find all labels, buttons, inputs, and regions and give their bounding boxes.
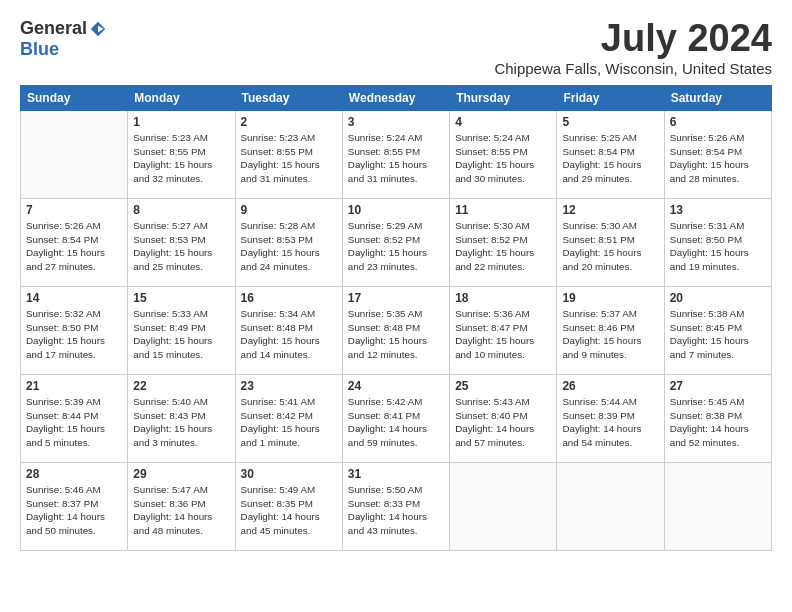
cell-info: Sunrise: 5:26 AM Sunset: 8:54 PM Dayligh… <box>670 131 766 186</box>
cell-info: Sunrise: 5:25 AM Sunset: 8:54 PM Dayligh… <box>562 131 658 186</box>
page: General Blue July 2024 Chippewa Falls, W… <box>0 0 792 569</box>
table-row: 19Sunrise: 5:37 AM Sunset: 8:46 PM Dayli… <box>557 286 664 374</box>
cell-date: 1 <box>133 115 229 129</box>
logo-general: General <box>20 18 87 39</box>
cell-info: Sunrise: 5:24 AM Sunset: 8:55 PM Dayligh… <box>348 131 444 186</box>
table-row: 27Sunrise: 5:45 AM Sunset: 8:38 PM Dayli… <box>664 374 771 462</box>
cell-info: Sunrise: 5:50 AM Sunset: 8:33 PM Dayligh… <box>348 483 444 538</box>
table-row: 9Sunrise: 5:28 AM Sunset: 8:53 PM Daylig… <box>235 198 342 286</box>
cell-date: 17 <box>348 291 444 305</box>
table-row: 10Sunrise: 5:29 AM Sunset: 8:52 PM Dayli… <box>342 198 449 286</box>
table-row: 28Sunrise: 5:46 AM Sunset: 8:37 PM Dayli… <box>21 462 128 550</box>
cell-info: Sunrise: 5:35 AM Sunset: 8:48 PM Dayligh… <box>348 307 444 362</box>
cell-date: 18 <box>455 291 551 305</box>
cell-date: 25 <box>455 379 551 393</box>
logo-icon <box>89 20 107 38</box>
table-row: 13Sunrise: 5:31 AM Sunset: 8:50 PM Dayli… <box>664 198 771 286</box>
calendar-week-row: 28Sunrise: 5:46 AM Sunset: 8:37 PM Dayli… <box>21 462 772 550</box>
table-row: 16Sunrise: 5:34 AM Sunset: 8:48 PM Dayli… <box>235 286 342 374</box>
cell-date: 27 <box>670 379 766 393</box>
cell-date: 26 <box>562 379 658 393</box>
cell-info: Sunrise: 5:34 AM Sunset: 8:48 PM Dayligh… <box>241 307 337 362</box>
cell-info: Sunrise: 5:37 AM Sunset: 8:46 PM Dayligh… <box>562 307 658 362</box>
cell-info: Sunrise: 5:24 AM Sunset: 8:55 PM Dayligh… <box>455 131 551 186</box>
logo-blue: Blue <box>20 39 59 60</box>
table-row: 25Sunrise: 5:43 AM Sunset: 8:40 PM Dayli… <box>450 374 557 462</box>
cell-info: Sunrise: 5:40 AM Sunset: 8:43 PM Dayligh… <box>133 395 229 450</box>
weekday-header-row: Sunday Monday Tuesday Wednesday Thursday… <box>21 85 772 110</box>
cell-info: Sunrise: 5:44 AM Sunset: 8:39 PM Dayligh… <box>562 395 658 450</box>
cell-info: Sunrise: 5:26 AM Sunset: 8:54 PM Dayligh… <box>26 219 122 274</box>
cell-info: Sunrise: 5:36 AM Sunset: 8:47 PM Dayligh… <box>455 307 551 362</box>
cell-date: 13 <box>670 203 766 217</box>
cell-date: 16 <box>241 291 337 305</box>
cell-info: Sunrise: 5:28 AM Sunset: 8:53 PM Dayligh… <box>241 219 337 274</box>
table-row: 22Sunrise: 5:40 AM Sunset: 8:43 PM Dayli… <box>128 374 235 462</box>
cell-date: 28 <box>26 467 122 481</box>
table-row: 8Sunrise: 5:27 AM Sunset: 8:53 PM Daylig… <box>128 198 235 286</box>
cell-date: 15 <box>133 291 229 305</box>
cell-info: Sunrise: 5:30 AM Sunset: 8:51 PM Dayligh… <box>562 219 658 274</box>
cell-info: Sunrise: 5:46 AM Sunset: 8:37 PM Dayligh… <box>26 483 122 538</box>
table-row: 30Sunrise: 5:49 AM Sunset: 8:35 PM Dayli… <box>235 462 342 550</box>
cell-date: 24 <box>348 379 444 393</box>
table-row: 17Sunrise: 5:35 AM Sunset: 8:48 PM Dayli… <box>342 286 449 374</box>
table-row: 1Sunrise: 5:23 AM Sunset: 8:55 PM Daylig… <box>128 110 235 198</box>
calendar-week-row: 14Sunrise: 5:32 AM Sunset: 8:50 PM Dayli… <box>21 286 772 374</box>
cell-info: Sunrise: 5:42 AM Sunset: 8:41 PM Dayligh… <box>348 395 444 450</box>
cell-info: Sunrise: 5:32 AM Sunset: 8:50 PM Dayligh… <box>26 307 122 362</box>
table-row: 12Sunrise: 5:30 AM Sunset: 8:51 PM Dayli… <box>557 198 664 286</box>
table-row: 7Sunrise: 5:26 AM Sunset: 8:54 PM Daylig… <box>21 198 128 286</box>
table-row: 26Sunrise: 5:44 AM Sunset: 8:39 PM Dayli… <box>557 374 664 462</box>
table-row <box>557 462 664 550</box>
cell-info: Sunrise: 5:30 AM Sunset: 8:52 PM Dayligh… <box>455 219 551 274</box>
cell-date: 21 <box>26 379 122 393</box>
cell-date: 5 <box>562 115 658 129</box>
cell-date: 6 <box>670 115 766 129</box>
cell-date: 11 <box>455 203 551 217</box>
cell-date: 30 <box>241 467 337 481</box>
logo: General Blue <box>20 18 107 60</box>
cell-date: 19 <box>562 291 658 305</box>
cell-info: Sunrise: 5:23 AM Sunset: 8:55 PM Dayligh… <box>241 131 337 186</box>
calendar-week-row: 21Sunrise: 5:39 AM Sunset: 8:44 PM Dayli… <box>21 374 772 462</box>
location-title: Chippewa Falls, Wisconsin, United States <box>494 60 772 77</box>
header: General Blue July 2024 Chippewa Falls, W… <box>20 18 772 77</box>
table-row: 6Sunrise: 5:26 AM Sunset: 8:54 PM Daylig… <box>664 110 771 198</box>
cell-date: 7 <box>26 203 122 217</box>
header-sunday: Sunday <box>21 85 128 110</box>
title-block: July 2024 Chippewa Falls, Wisconsin, Uni… <box>494 18 772 77</box>
cell-date: 10 <box>348 203 444 217</box>
cell-date: 4 <box>455 115 551 129</box>
table-row: 14Sunrise: 5:32 AM Sunset: 8:50 PM Dayli… <box>21 286 128 374</box>
cell-info: Sunrise: 5:39 AM Sunset: 8:44 PM Dayligh… <box>26 395 122 450</box>
cell-info: Sunrise: 5:31 AM Sunset: 8:50 PM Dayligh… <box>670 219 766 274</box>
cell-date: 22 <box>133 379 229 393</box>
cell-info: Sunrise: 5:29 AM Sunset: 8:52 PM Dayligh… <box>348 219 444 274</box>
header-monday: Monday <box>128 85 235 110</box>
header-thursday: Thursday <box>450 85 557 110</box>
table-row: 24Sunrise: 5:42 AM Sunset: 8:41 PM Dayli… <box>342 374 449 462</box>
table-row: 5Sunrise: 5:25 AM Sunset: 8:54 PM Daylig… <box>557 110 664 198</box>
table-row: 18Sunrise: 5:36 AM Sunset: 8:47 PM Dayli… <box>450 286 557 374</box>
header-saturday: Saturday <box>664 85 771 110</box>
header-tuesday: Tuesday <box>235 85 342 110</box>
cell-date: 8 <box>133 203 229 217</box>
month-title: July 2024 <box>494 18 772 60</box>
table-row: 23Sunrise: 5:41 AM Sunset: 8:42 PM Dayli… <box>235 374 342 462</box>
cell-date: 29 <box>133 467 229 481</box>
cell-info: Sunrise: 5:27 AM Sunset: 8:53 PM Dayligh… <box>133 219 229 274</box>
cell-info: Sunrise: 5:43 AM Sunset: 8:40 PM Dayligh… <box>455 395 551 450</box>
calendar-week-row: 7Sunrise: 5:26 AM Sunset: 8:54 PM Daylig… <box>21 198 772 286</box>
header-wednesday: Wednesday <box>342 85 449 110</box>
cell-date: 9 <box>241 203 337 217</box>
table-row: 20Sunrise: 5:38 AM Sunset: 8:45 PM Dayli… <box>664 286 771 374</box>
table-row: 3Sunrise: 5:24 AM Sunset: 8:55 PM Daylig… <box>342 110 449 198</box>
table-row: 4Sunrise: 5:24 AM Sunset: 8:55 PM Daylig… <box>450 110 557 198</box>
table-row: 29Sunrise: 5:47 AM Sunset: 8:36 PM Dayli… <box>128 462 235 550</box>
header-friday: Friday <box>557 85 664 110</box>
cell-info: Sunrise: 5:38 AM Sunset: 8:45 PM Dayligh… <box>670 307 766 362</box>
table-row <box>664 462 771 550</box>
table-row: 31Sunrise: 5:50 AM Sunset: 8:33 PM Dayli… <box>342 462 449 550</box>
cell-info: Sunrise: 5:45 AM Sunset: 8:38 PM Dayligh… <box>670 395 766 450</box>
